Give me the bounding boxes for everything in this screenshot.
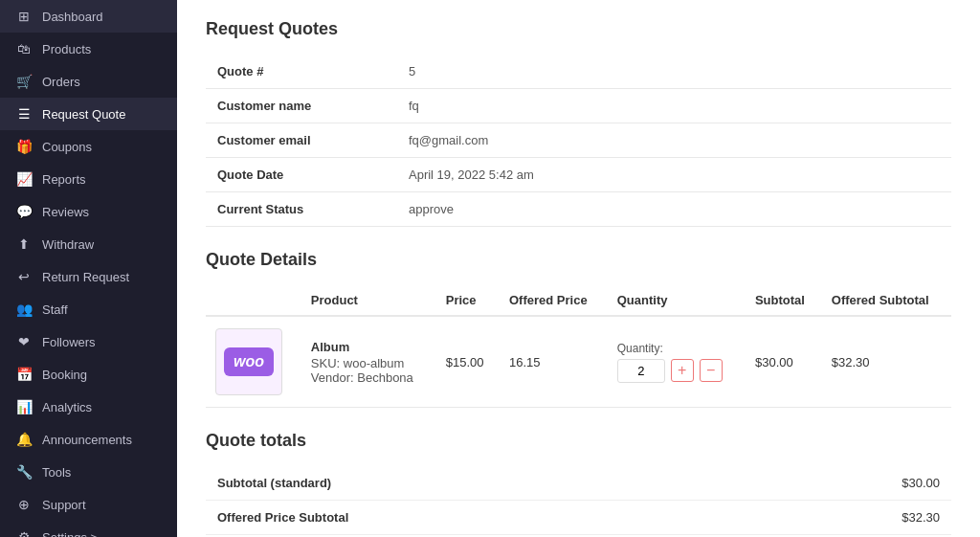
sidebar-item-withdraw[interactable]: ⬆ Withdraw bbox=[0, 228, 177, 260]
sidebar-item-announcements[interactable]: 🔔 Announcements bbox=[0, 423, 177, 456]
sidebar-label-staff: Staff bbox=[42, 302, 68, 317]
info-row: Current Statusapprove bbox=[206, 192, 951, 227]
dashboard-icon: ⊞ bbox=[15, 9, 33, 24]
quantity-control: + − bbox=[617, 359, 723, 383]
info-row: Customer emailfq@gmail.com bbox=[206, 123, 951, 158]
sidebar-label-followers: Followers bbox=[42, 335, 96, 349]
sidebar-label-request-quote: Request Quote bbox=[42, 107, 125, 122]
product-name: Album bbox=[311, 340, 427, 354]
sidebar-label-reports: Reports bbox=[42, 172, 86, 187]
sidebar-label-reviews: Reviews bbox=[42, 205, 89, 219]
product-price: $15.00 bbox=[436, 316, 500, 408]
sidebar-label-booking: Booking bbox=[42, 368, 87, 382]
totals-row: Subtotal (standard)$30.00 bbox=[206, 466, 951, 501]
sidebar-item-staff[interactable]: 👥 Staff bbox=[0, 293, 177, 325]
tools-icon: 🔧 bbox=[15, 464, 33, 480]
quote-totals-title: Quote totals bbox=[206, 431, 951, 451]
reports-icon: 📈 bbox=[15, 171, 33, 187]
sidebar-label-tools: Tools bbox=[42, 465, 71, 480]
info-value: fq bbox=[397, 89, 951, 123]
settings-icon: ⚙ bbox=[15, 529, 33, 537]
sidebar-label-announcements: Announcements bbox=[42, 433, 132, 447]
sidebar-item-analytics[interactable]: 📊 Analytics bbox=[0, 391, 177, 423]
sidebar-item-reviews[interactable]: 💬 Reviews bbox=[0, 195, 177, 228]
col-header-product bbox=[206, 285, 301, 316]
request-quote-icon: ☰ bbox=[15, 106, 33, 122]
info-label: Customer email bbox=[206, 123, 397, 158]
product-vendor: Vendor: Bechbona bbox=[311, 370, 427, 385]
product-thumbnail-cell: woo bbox=[206, 316, 301, 408]
return-request-icon: ↩ bbox=[15, 269, 33, 284]
sidebar-item-orders[interactable]: 🛒 Orders bbox=[0, 65, 177, 98]
analytics-icon: 📊 bbox=[15, 399, 33, 414]
product-row: woo Album SKU: woo-album Vendor: Bechbon… bbox=[206, 316, 951, 408]
support-icon: ⊕ bbox=[15, 497, 33, 512]
sidebar-item-reports[interactable]: 📈 Reports bbox=[0, 163, 177, 195]
totals-value: $30.00 bbox=[740, 466, 951, 501]
sidebar-label-support: Support bbox=[42, 498, 86, 512]
info-label: Customer name bbox=[206, 89, 397, 123]
col-header-price: Price bbox=[436, 285, 500, 316]
sidebar-item-support[interactable]: ⊕ Support bbox=[0, 488, 177, 521]
product-sku: SKU: woo-album bbox=[311, 356, 427, 370]
info-label: Quote Date bbox=[206, 158, 397, 192]
sidebar-label-return-request: Return Request bbox=[42, 270, 129, 284]
booking-icon: 📅 bbox=[15, 367, 33, 382]
coupons-icon: 🎁 bbox=[15, 139, 33, 154]
product-info-cell: Album SKU: woo-album Vendor: Bechbona bbox=[301, 316, 436, 408]
staff-icon: 👥 bbox=[15, 302, 33, 317]
announcements-icon: 🔔 bbox=[15, 432, 33, 447]
product-offered-price: 16.15 bbox=[500, 316, 608, 408]
sidebar-item-booking[interactable]: 📅 Booking bbox=[0, 358, 177, 391]
product-offered-subtotal: $32.30 bbox=[822, 316, 951, 408]
sidebar-label-coupons: Coupons bbox=[42, 140, 92, 154]
col-header-subtotal: Subtotal bbox=[746, 285, 822, 316]
quote-details-title: Quote Details bbox=[206, 250, 951, 270]
woo-badge: woo bbox=[224, 347, 274, 376]
quantity-increase-button[interactable]: + bbox=[671, 359, 694, 382]
sidebar-item-return-request[interactable]: ↩ Return Request bbox=[0, 260, 177, 293]
sidebar-item-followers[interactable]: ❤ Followers bbox=[0, 325, 177, 358]
info-label: Current Status bbox=[206, 192, 397, 227]
product-info: Album SKU: woo-album Vendor: Bechbona bbox=[311, 340, 427, 385]
col-header-offered-subtotal: Offered Subtotal bbox=[822, 285, 951, 316]
sidebar-item-products[interactable]: 🛍 Products bbox=[0, 33, 177, 65]
sidebar-label-orders: Orders bbox=[42, 75, 80, 89]
quantity-input[interactable] bbox=[617, 359, 665, 383]
sidebar-label-analytics: Analytics bbox=[42, 400, 92, 414]
totals-label: Subtotal (standard) bbox=[206, 466, 740, 501]
product-quantity-cell: Quantity: + − bbox=[608, 316, 746, 408]
totals-table: Subtotal (standard)$30.00Offered Price S… bbox=[206, 466, 951, 535]
info-row: Customer namefq bbox=[206, 89, 951, 123]
product-subtotal: $30.00 bbox=[746, 316, 822, 408]
sidebar: ⊞ Dashboard 🛍 Products 🛒 Orders ☰ Reques… bbox=[0, 0, 177, 537]
quote-totals-section: Quote totals Subtotal (standard)$30.00Of… bbox=[206, 431, 951, 535]
info-row: Quote DateApril 19, 2022 5:42 am bbox=[206, 158, 951, 192]
sidebar-label-withdraw: Withdraw bbox=[42, 237, 94, 252]
sidebar-item-settings[interactable]: ⚙ Settings > bbox=[0, 521, 177, 537]
info-value: April 19, 2022 5:42 am bbox=[397, 158, 951, 192]
quote-info-table: Quote #5Customer namefqCustomer emailfq@… bbox=[206, 55, 951, 227]
col-header-offered-price: Offered Price bbox=[500, 285, 608, 316]
quantity-decrease-button[interactable]: − bbox=[700, 359, 723, 382]
info-label: Quote # bbox=[206, 55, 397, 89]
reviews-icon: 💬 bbox=[15, 204, 33, 219]
quote-details-table: Product Price Offered Price Quantity Sub… bbox=[206, 285, 951, 408]
withdraw-icon: ⬆ bbox=[15, 236, 33, 252]
sidebar-item-dashboard[interactable]: ⊞ Dashboard bbox=[0, 0, 177, 33]
sidebar-item-tools[interactable]: 🔧 Tools bbox=[0, 456, 177, 488]
sidebar-item-request-quote[interactable]: ☰ Request Quote bbox=[0, 98, 177, 130]
sidebar-label-products: Products bbox=[42, 42, 91, 56]
quantity-label: Quantity: bbox=[617, 342, 663, 355]
sidebar-item-coupons[interactable]: 🎁 Coupons bbox=[0, 130, 177, 163]
totals-value: $32.30 bbox=[740, 501, 951, 535]
col-header-product-name: Product bbox=[301, 285, 436, 316]
info-value: fq@gmail.com bbox=[397, 123, 951, 158]
totals-row: Offered Price Subtotal$32.30 bbox=[206, 501, 951, 535]
products-icon: 🛍 bbox=[15, 41, 33, 56]
main-content: Request Quotes Quote #5Customer namefqCu… bbox=[177, 0, 980, 537]
sidebar-label-dashboard: Dashboard bbox=[42, 10, 103, 24]
product-thumbnail: woo bbox=[215, 328, 282, 395]
info-row: Quote #5 bbox=[206, 55, 951, 89]
sidebar-label-settings: Settings > bbox=[42, 530, 98, 538]
